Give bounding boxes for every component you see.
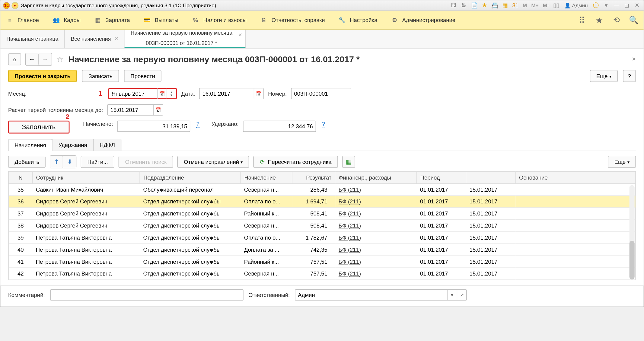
subtab-ndfl[interactable]: НДФЛ bbox=[93, 139, 122, 151]
tab-document[interactable]: Начисление за первую половину месяца 003… bbox=[125, 30, 246, 48]
tb-favorites-icon[interactable]: ★ bbox=[481, 2, 489, 9]
move-up-button[interactable]: ⬆ bbox=[50, 156, 63, 168]
calc-until-input[interactable]: 15.01.2017 📅 bbox=[107, 104, 163, 116]
table-row[interactable]: 40Петрова Татьяна ВикторовнаОтдел диспет… bbox=[9, 244, 635, 256]
vertical-scrollbar[interactable] bbox=[630, 185, 635, 279]
menu-main[interactable]: ≡Главное bbox=[5, 16, 39, 24]
close-icon[interactable]: ✕ bbox=[238, 32, 242, 38]
find-button[interactable]: Найти... bbox=[81, 156, 114, 168]
responsible-input[interactable]: Админ ▾ ↗ bbox=[295, 289, 467, 301]
accrued-hint-link[interactable]: ? bbox=[196, 121, 199, 128]
table-row[interactable]: 38Сидоров Сергей СергеевичОтдел диспетче… bbox=[9, 220, 635, 232]
calendar-icon[interactable]: 📅 bbox=[153, 105, 163, 115]
col-period2[interactable] bbox=[466, 171, 515, 183]
number-input[interactable]: 003П-000001 bbox=[291, 88, 351, 99]
col-accrual[interactable]: Начисление bbox=[241, 171, 292, 183]
open-icon[interactable]: ↗ bbox=[457, 290, 466, 300]
subtab-accruals[interactable]: Начисления bbox=[8, 139, 53, 151]
menu-zarplata[interactable]: ▦Зарплата bbox=[94, 16, 130, 24]
tb-mplus-button[interactable]: M+ bbox=[531, 2, 540, 9]
more-table-button[interactable]: Еще ▾ bbox=[608, 156, 636, 168]
chevron-down-icon[interactable]: ▾ bbox=[447, 290, 457, 300]
finance-link[interactable]: БФ (211) bbox=[339, 247, 361, 253]
star-icon[interactable]: ★ bbox=[595, 15, 604, 25]
minimize-button[interactable]: — bbox=[613, 2, 620, 9]
menu-admin[interactable]: ⚙Администрирование bbox=[390, 16, 455, 24]
comment-input[interactable] bbox=[50, 289, 243, 301]
finance-link[interactable]: БФ (211) bbox=[339, 270, 361, 277]
finance-link[interactable]: БФ (211) bbox=[339, 258, 361, 265]
finance-link[interactable]: БФ (211) bbox=[339, 198, 361, 205]
cancel-search-button[interactable]: Отменить поиск bbox=[119, 156, 173, 168]
apps-grid-icon[interactable]: ⠿ bbox=[577, 15, 587, 25]
app-menu-icon[interactable]: ▾ bbox=[11, 2, 18, 9]
tb-mminus-button[interactable]: M- bbox=[542, 2, 550, 9]
tab-start-page[interactable]: Начальная страница bbox=[0, 30, 65, 48]
history-icon[interactable]: ⟲ bbox=[612, 15, 621, 25]
table-row[interactable]: 35Савкин Иван МихайловичОбслуживающий пе… bbox=[9, 183, 635, 196]
tb-save-icon[interactable]: 🖫 bbox=[450, 2, 457, 9]
maximize-button[interactable]: ◻ bbox=[623, 2, 631, 9]
tb-m-button[interactable]: M bbox=[522, 2, 528, 9]
table-row[interactable]: 42Петрова Татьяна ВикторовнаОтдел диспет… bbox=[9, 268, 635, 280]
col-result[interactable]: Результат bbox=[292, 171, 335, 183]
menu-reports[interactable]: 🗎Отчетность, справки bbox=[260, 16, 325, 24]
menu-settings[interactable]: 🔧Настройка bbox=[338, 16, 377, 24]
post-button[interactable]: Провести bbox=[124, 70, 162, 82]
fill-button[interactable]: Заполнить bbox=[8, 121, 69, 134]
table-row[interactable]: 36Сидоров Сергей СергеевичОтдел диспетче… bbox=[9, 196, 635, 208]
tb-info-icon[interactable]: ⓘ bbox=[592, 2, 600, 9]
calendar-icon[interactable]: 📅 bbox=[254, 88, 263, 99]
cancel-corrections-button[interactable]: Отмена исправлений ▾ bbox=[177, 156, 249, 168]
move-down-button[interactable]: ⬇ bbox=[63, 156, 76, 168]
columns-config-button[interactable]: ▦ bbox=[342, 156, 355, 168]
menu-vyplaty[interactable]: 💳Выплаты bbox=[143, 16, 178, 24]
user-display[interactable]: 👤 Админ bbox=[563, 2, 589, 8]
close-icon[interactable]: ✕ bbox=[114, 36, 118, 42]
finance-link[interactable]: БФ (211) bbox=[339, 186, 361, 193]
post-and-close-button[interactable]: Провести и закрыть bbox=[8, 70, 77, 82]
more-button[interactable]: Еще ▾ bbox=[590, 70, 618, 82]
date-input[interactable]: 16.01.2017 📅 bbox=[199, 88, 264, 99]
col-basis[interactable]: Основание bbox=[515, 171, 635, 183]
close-form-button[interactable]: × bbox=[632, 56, 636, 63]
help-button[interactable]: ? bbox=[623, 70, 636, 82]
tb-calendar-icon[interactable]: 31 bbox=[512, 2, 519, 9]
finance-link[interactable]: БФ (211) bbox=[339, 234, 361, 241]
withheld-input[interactable]: 12 344,76 bbox=[243, 121, 316, 132]
home-button[interactable]: ⌂ bbox=[8, 53, 21, 65]
calendar-icon[interactable]: 📅 bbox=[157, 88, 167, 99]
scrollbar-thumb[interactable] bbox=[630, 241, 635, 279]
tb-list-icon[interactable]: ▦ bbox=[501, 2, 509, 9]
add-button[interactable]: Добавить bbox=[8, 156, 46, 168]
col-period1[interactable]: Период bbox=[417, 171, 466, 183]
col-employee[interactable]: Сотрудник bbox=[32, 171, 140, 183]
table-row[interactable]: 39Петрова Татьяна ВикторовнаОтдел диспет… bbox=[9, 232, 635, 244]
forward-button[interactable]: → bbox=[39, 53, 52, 65]
favorite-star-icon[interactable]: ☆ bbox=[56, 54, 64, 64]
tb-print-icon[interactable]: 🖶 bbox=[460, 2, 468, 9]
col-department[interactable]: Подразделение bbox=[140, 171, 241, 183]
tb-copy-icon[interactable]: 📄 bbox=[470, 2, 478, 9]
tab-all-accruals[interactable]: Все начисления✕ bbox=[65, 30, 125, 48]
recalc-button[interactable]: ⟳ Пересчитать сотрудника bbox=[253, 156, 338, 168]
search-icon[interactable]: 🔍 bbox=[629, 15, 638, 25]
menu-kadry[interactable]: 👥Кадры bbox=[52, 16, 81, 24]
col-finance[interactable]: Финансир., расходы bbox=[335, 171, 416, 183]
back-button[interactable]: ← bbox=[26, 53, 39, 65]
finance-link[interactable]: БФ (211) bbox=[339, 210, 361, 217]
tb-panels-icon[interactable]: ▯▯ bbox=[552, 2, 560, 9]
withheld-hint-link[interactable]: ? bbox=[322, 121, 325, 128]
spinner-icon[interactable]: ▲▼ bbox=[167, 88, 176, 99]
table-row[interactable]: 41Петрова Татьяна ВикторовнаОтдел диспет… bbox=[9, 256, 635, 268]
accrued-input[interactable]: 31 139,15 bbox=[117, 121, 190, 132]
menu-nalogi[interactable]: %Налоги и взносы bbox=[191, 16, 247, 24]
col-n[interactable]: N bbox=[9, 171, 32, 183]
tb-calc-icon[interactable]: 📇 bbox=[491, 2, 499, 9]
month-input[interactable]: Январь 2017 📅 ▲▼ bbox=[108, 88, 177, 99]
finance-link[interactable]: БФ (211) bbox=[339, 222, 361, 229]
table-row[interactable]: 37Сидоров Сергей СергеевичОтдел диспетче… bbox=[9, 208, 635, 220]
tb-dropdown-icon[interactable]: ▾ bbox=[602, 2, 610, 9]
subtab-deductions[interactable]: Удержания bbox=[52, 139, 94, 151]
save-button[interactable]: Записать bbox=[82, 70, 119, 82]
